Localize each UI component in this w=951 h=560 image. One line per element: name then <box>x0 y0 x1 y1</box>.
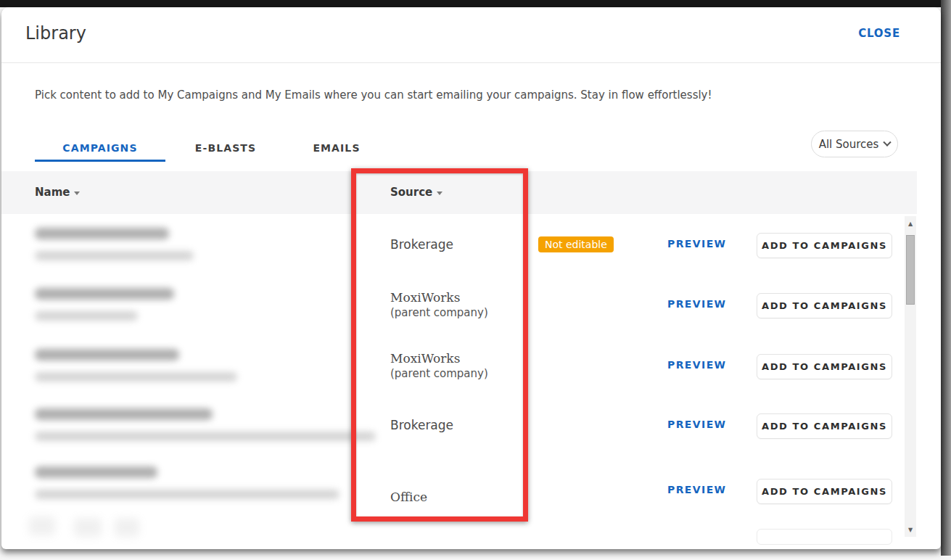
source-cell: MoxiWorks (parent company) <box>390 351 488 381</box>
redacted-name <box>35 408 213 420</box>
sort-caret-icon <box>437 192 442 195</box>
redacted-description <box>35 251 194 260</box>
add-to-campaigns-button[interactable]: ADD TO CAMPAIGNS <box>757 293 892 318</box>
redacted-name <box>35 288 174 300</box>
redacted-pagination <box>29 516 55 535</box>
all-sources-dropdown-label: All Sources <box>819 138 879 151</box>
source-name: MoxiWorks <box>390 351 460 366</box>
add-to-campaigns-button[interactable]: ADD TO CAMPAIGNS <box>757 479 892 504</box>
redacted-pagination <box>115 518 139 537</box>
preview-button[interactable]: PREVIEW <box>667 484 726 495</box>
source-cell: MoxiWorks (parent company) <box>390 290 488 320</box>
scroll-down-icon[interactable]: ▼ <box>905 524 916 535</box>
add-to-campaigns-button[interactable]: ADD TO CAMPAIGNS <box>757 233 892 258</box>
tab-emails[interactable]: EMAILS <box>286 135 387 161</box>
scroll-up-icon[interactable]: ▲ <box>905 218 916 229</box>
redacted-name <box>35 228 169 239</box>
redacted-name <box>35 349 179 361</box>
column-header-source-label: Source <box>390 186 432 199</box>
table-row: MoxiWorks (parent company) PREVIEW ADD T… <box>1 276 917 336</box>
preview-button[interactable]: PREVIEW <box>667 359 726 371</box>
sort-caret-icon <box>74 192 80 195</box>
table-row: Brokerage PREVIEW ADD TO CAMPAIGNS <box>1 396 917 456</box>
column-header-name-label: Name <box>35 186 70 199</box>
tab-eblasts[interactable]: E-BLASTS <box>165 135 286 161</box>
column-header-source[interactable]: Source <box>390 186 442 199</box>
table-row: Brokerage Not editable PREVIEW ADD TO CA… <box>1 215 917 276</box>
all-sources-dropdown[interactable]: All Sources <box>811 131 898 157</box>
close-button[interactable]: CLOSE <box>858 27 900 40</box>
table-header-row: Name Source <box>1 171 917 214</box>
source-note: (parent company) <box>390 367 488 380</box>
page-backdrop-top <box>0 0 951 7</box>
source-cell: Brokerage <box>390 237 453 252</box>
column-header-name[interactable]: Name <box>35 186 80 199</box>
source-cell: Brokerage <box>390 418 453 432</box>
add-to-campaigns-button[interactable]: ADD TO CAMPAIGNS <box>757 354 892 379</box>
redacted-description <box>35 311 138 321</box>
preview-button[interactable]: PREVIEW <box>667 419 726 430</box>
partial-next-row-button <box>757 529 892 545</box>
intro-text: Pick content to add to My Campaigns and … <box>35 88 712 102</box>
screenshot-stage: Library CLOSE Pick content to add to My … <box>0 0 951 560</box>
redacted-name <box>35 466 157 478</box>
preview-button[interactable]: PREVIEW <box>667 238 726 250</box>
library-modal: Library CLOSE Pick content to add to My … <box>1 7 941 549</box>
source-name: MoxiWorks <box>390 290 460 305</box>
active-tab-underline <box>35 160 165 162</box>
chevron-down-icon <box>884 138 892 146</box>
redacted-pagination <box>74 518 102 537</box>
table-row: MoxiWorks (parent company) PREVIEW ADD T… <box>1 337 917 397</box>
source-cell: Office <box>390 490 427 504</box>
vertical-scrollbar[interactable]: ▲ ▼ <box>905 216 916 537</box>
page-backdrop-right <box>941 0 951 556</box>
modal-header: Library CLOSE <box>1 7 941 63</box>
add-to-campaigns-button[interactable]: ADD TO CAMPAIGNS <box>757 413 892 439</box>
scrollbar-thumb[interactable] <box>906 235 915 305</box>
not-editable-badge: Not editable <box>538 236 614 252</box>
table-row: Office PREVIEW ADD TO CAMPAIGNS <box>1 454 917 527</box>
source-note: (parent company) <box>390 306 488 319</box>
redacted-description <box>35 490 339 499</box>
tab-campaigns[interactable]: CAMPAIGNS <box>35 135 165 161</box>
redacted-description <box>35 432 376 441</box>
page-title: Library <box>25 23 86 44</box>
preview-button[interactable]: PREVIEW <box>667 298 726 310</box>
redacted-description <box>35 372 237 382</box>
